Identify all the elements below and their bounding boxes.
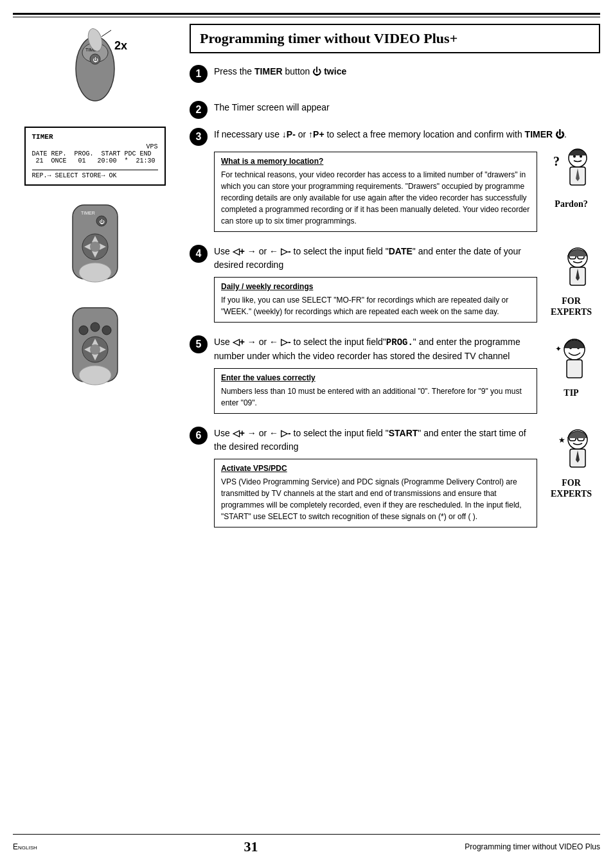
expert-svg-1 xyxy=(546,245,597,296)
footer-right-text: Programming timer without VIDEO Plus xyxy=(465,842,600,851)
step-2-number: 2 xyxy=(190,101,208,119)
timer-screen-vps: VPS xyxy=(32,143,158,150)
timer-screen-cols: DATE REP. PROG. START PDC END xyxy=(32,150,158,157)
svg-point-17 xyxy=(90,242,100,252)
svg-point-29 xyxy=(79,366,111,385)
timer-screen-header: TIMER xyxy=(32,133,158,141)
footer-left-text: English xyxy=(13,842,37,851)
svg-point-27 xyxy=(91,323,100,332)
step4-row: Use ◁+ → or ← ▷- to select the input fie… xyxy=(214,245,600,326)
content-area: TIMER ⏻ 2x TIMER VPS DATE REP. PROG. STA… xyxy=(13,17,600,834)
step-1: 1 Press the TIMER button ⏻ twice xyxy=(190,65,600,92)
step6-text-col: Use ◁+ → or ← ▷- to select the input fie… xyxy=(214,427,537,531)
step-6-content: Use ◁+ → or ← ▷- to select the input fie… xyxy=(214,427,600,531)
step-1-main: 1 Press the TIMER button ⏻ twice xyxy=(190,65,600,92)
step-3-number: 3 xyxy=(190,128,208,146)
pardon-label: Pardon? xyxy=(555,199,587,209)
step4-text-col: Use ◁+ → or ← ▷- to select the input fie… xyxy=(214,245,537,326)
info-box-values-title: Enter the values correctly xyxy=(221,373,530,382)
pardon-character: ? xyxy=(546,146,597,198)
or-text-1: or xyxy=(298,129,306,139)
step5-text-col: Use ◁+ → or ← ▷- to select the input fie… xyxy=(214,335,537,418)
expert-character-2: ★ xyxy=(546,427,597,478)
step-6-number: 6 xyxy=(190,427,208,445)
step-2-text: The Timer screen will appear xyxy=(214,101,600,114)
tip-character: ✦ xyxy=(546,335,597,387)
svg-point-28 xyxy=(102,326,111,335)
info-box-daily: Daily / weekly recordings If you like, y… xyxy=(214,277,537,323)
step-6: 6 Use ◁+ → or ← ▷- to select the input f… xyxy=(190,427,600,531)
svg-point-26 xyxy=(79,326,88,335)
info-box-memory-text: For technical reasons, your video record… xyxy=(221,169,530,227)
tip-aside: ✦ TIP xyxy=(542,335,600,398)
experts-label-2: FOREXPERTS xyxy=(551,478,592,500)
step-4-content: Use ◁+ → or ← ▷- to select the input fie… xyxy=(214,245,600,326)
info-box-values-text: Numbers less than 10 must be entered wit… xyxy=(221,385,530,409)
footer-page-number: 31 xyxy=(244,838,258,855)
step-4-text: Use ◁+ → or ← ▷- to select the input fie… xyxy=(214,245,537,272)
step-1-inner: 1 Press the TIMER button ⏻ twice xyxy=(190,65,600,83)
svg-text:2x: 2x xyxy=(114,39,127,52)
step-3: 3 If necessary use ↓P- or ↑P+ to select … xyxy=(190,128,600,236)
info-box-vps: Activate VPS/PDC VPS (Video Programming … xyxy=(214,459,537,527)
step-5-content: Use ◁+ → or ← ▷- to select the input fie… xyxy=(214,335,600,418)
step-2-content: The Timer screen will appear xyxy=(214,101,600,114)
experts-label-1: FOREXPERTS xyxy=(551,296,592,318)
step-3-text: If necessary use ↓P- or ↑P+ to select a … xyxy=(214,128,600,141)
tip-label: TIP xyxy=(564,388,578,398)
page-footer: English 31 Programming timer without VID… xyxy=(13,834,600,855)
svg-text:✦: ✦ xyxy=(555,344,562,353)
info-box-memory: What is a memory location? For technical… xyxy=(214,152,537,232)
step-5-text: Use ◁+ → or ← ▷- to select the input fie… xyxy=(214,335,537,363)
experts-aside-1: FOREXPERTS xyxy=(542,245,600,318)
tip-svg: ✦ xyxy=(546,335,597,387)
page-title: Programming timer without VIDEO Plus+ xyxy=(190,24,600,53)
or-text-3: or xyxy=(259,337,267,347)
svg-text:★: ★ xyxy=(558,436,565,445)
step6-row: Use ◁+ → or ← ▷- to select the input fie… xyxy=(214,427,600,531)
timer-screen-box: TIMER VPS DATE REP. PROG. START PDC END … xyxy=(24,127,166,186)
step-4: 4 Use ◁+ → or ← ▷- to select the input f… xyxy=(190,245,600,326)
step-1-number: 1 xyxy=(190,65,208,83)
svg-point-25 xyxy=(90,344,100,355)
info-box-daily-title: Daily / weekly recordings xyxy=(221,282,530,291)
info-box-vps-text: VPS (Video Programming Service) and PDC … xyxy=(221,476,530,522)
expert-character-1 xyxy=(546,245,597,296)
svg-text:⏻: ⏻ xyxy=(99,219,105,225)
step-4-number: 4 xyxy=(190,245,208,263)
remote-illustration-2: TIMER ⏻ xyxy=(31,199,159,288)
pardon-aside: ? Pardon? xyxy=(542,146,600,209)
step-5: 5 Use ◁+ → or ← ▷- to select the input f… xyxy=(190,335,600,418)
step-1-text: Press the TIMER button ⏻ twice xyxy=(214,65,600,78)
step-2: 2 The Timer screen will appear xyxy=(190,101,600,119)
left-column: TIMER ⏻ 2x TIMER VPS DATE REP. PROG. STA… xyxy=(13,24,186,834)
timer-screen-footer: REP.→ SELECT STORE→ OK xyxy=(32,170,158,179)
page-container: TIMER ⏻ 2x TIMER VPS DATE REP. PROG. STA… xyxy=(0,0,613,868)
svg-text:TIMER: TIMER xyxy=(81,211,95,215)
remote-illustration-1: TIMER ⏻ 2x xyxy=(31,24,159,114)
svg-text:⏻: ⏻ xyxy=(93,57,98,63)
step5-row: Use ◁+ → or ← ▷- to select the input fie… xyxy=(214,335,600,418)
pardon-svg: ? xyxy=(546,146,597,198)
timer-screen-data: 21 ONCE 01 20:00 * 21:30 xyxy=(32,157,158,164)
expert-svg-2: ★ xyxy=(546,427,597,478)
step-6-text: Use ◁+ → or ← ▷- to select the input fie… xyxy=(214,427,537,454)
svg-line-7 xyxy=(102,30,111,37)
svg-point-18 xyxy=(79,263,111,282)
remote-svg-2: TIMER ⏻ xyxy=(37,202,153,285)
remote-svg-1: TIMER ⏻ 2x xyxy=(37,27,153,111)
info-box-vps-title: Activate VPS/PDC xyxy=(221,464,530,473)
top-rule xyxy=(13,13,600,15)
info-box-values: Enter the values correctly Numbers less … xyxy=(214,368,537,414)
svg-text:?: ? xyxy=(553,154,560,168)
info-box-daily-text: If you like, you can use SELECT "MO-FR" … xyxy=(221,294,530,317)
remote-illustration-3 xyxy=(31,301,159,391)
infobox1-row: What is a memory location? For technical… xyxy=(214,146,600,236)
right-column: Programming timer without VIDEO Plus+ 1 … xyxy=(186,24,600,834)
experts-aside-2: ★ FOREXPERTS xyxy=(542,427,600,500)
step-1-content: Press the TIMER button ⏻ twice xyxy=(214,65,600,78)
remote-svg-3 xyxy=(37,305,153,388)
info-box-memory-title: What is a memory location? xyxy=(221,157,530,166)
step-3-content: If necessary use ↓P- or ↑P+ to select a … xyxy=(214,128,600,236)
step-5-number: 5 xyxy=(190,335,208,353)
